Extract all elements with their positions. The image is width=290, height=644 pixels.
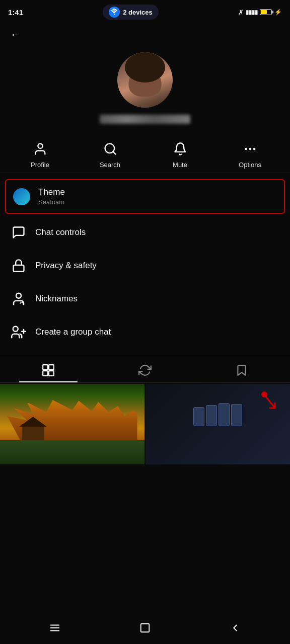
battery-indicator [260, 9, 272, 15]
nav-back-button[interactable] [226, 619, 244, 637]
cabin-shape [22, 424, 44, 442]
svg-rect-14 [49, 365, 54, 370]
bookmark-icon [235, 363, 249, 377]
create-group-content: Create a group chat [35, 327, 111, 337]
bluetooth-icon: ✗ [238, 9, 244, 16]
chat-controls-menu-item[interactable]: Chat controls [0, 216, 290, 249]
mute-action-button[interactable]: Mute [145, 140, 215, 169]
bell-icon [171, 140, 189, 158]
theme-item-subtitle: Seafoam [38, 198, 65, 206]
screenshot-image [146, 384, 290, 464]
media-grid [0, 383, 290, 464]
media-tab[interactable] [0, 356, 97, 382]
wifi-icon [109, 7, 120, 18]
nav-menu-button[interactable] [46, 619, 64, 637]
options-action-button[interactable]: Options [215, 140, 285, 169]
mini-phone-3 [219, 403, 230, 426]
mini-phone-2 [206, 405, 217, 426]
charging-icon: ⚡ [274, 9, 282, 16]
mini-phone-1 [193, 407, 204, 426]
theme-item-title: Theme [38, 187, 65, 197]
svg-rect-13 [43, 365, 48, 370]
create-group-title: Create a group chat [35, 327, 111, 337]
svg-point-8 [16, 293, 21, 298]
chat-controls-title: Chat controls [35, 227, 86, 237]
svg-rect-18 [50, 625, 59, 626]
svg-rect-16 [49, 371, 54, 376]
saved-tab[interactable] [193, 356, 290, 382]
status-time: 1:41 [8, 8, 23, 17]
shared-tab[interactable] [97, 356, 193, 382]
status-bar: 1:41 2 devices ✗ ▮▮▮▮ ⚡ [0, 0, 290, 22]
profile-action-label: Profile [31, 161, 49, 169]
media-thumb-autumn[interactable] [0, 384, 144, 464]
profile-avatar-area [0, 47, 290, 132]
hotspot-indicator: 2 devices [103, 5, 159, 20]
profile-action-button[interactable]: Profile [5, 140, 75, 169]
devices-label: 2 devices [123, 9, 153, 16]
back-button[interactable]: ← [0, 22, 290, 47]
theme-item-content: Theme Seafoam [38, 187, 65, 206]
media-thumb-screenshot[interactable] [146, 384, 290, 464]
svg-rect-19 [50, 627, 59, 628]
theme-color-dot [13, 188, 30, 205]
chat-icon [10, 224, 27, 241]
more-icon [241, 140, 259, 158]
options-action-label: Options [239, 161, 261, 169]
create-group-menu-item[interactable]: Create a group chat [0, 315, 290, 349]
privacy-safety-menu-item[interactable]: Privacy & safety [0, 249, 290, 282]
search-icon [101, 140, 119, 158]
action-buttons-row: Profile Search Mute Options [0, 132, 290, 173]
privacy-safety-title: Privacy & safety [35, 261, 97, 271]
svg-point-0 [114, 14, 115, 15]
refresh-icon [138, 363, 152, 377]
svg-point-4 [245, 148, 247, 150]
status-right: ✗ ▮▮▮▮ ⚡ [238, 9, 282, 16]
mini-phone-4 [231, 404, 242, 426]
red-arrow [260, 393, 280, 413]
back-arrow-icon: ← [10, 28, 21, 41]
avatar-image [117, 52, 173, 108]
add-group-icon [10, 324, 27, 341]
svg-rect-21 [141, 624, 150, 632]
signal-icon: ▮▮▮▮ [246, 9, 258, 16]
svg-rect-15 [43, 371, 48, 376]
avatar [117, 52, 173, 108]
svg-line-3 [113, 151, 115, 154]
lock-icon [10, 257, 27, 274]
media-icon [41, 363, 55, 377]
nicknames-content: Nicknames [35, 294, 78, 304]
theme-menu-item[interactable]: Theme Seafoam [5, 179, 285, 214]
person-icon [31, 140, 49, 158]
svg-rect-7 [14, 265, 24, 272]
search-action-button[interactable]: Search [75, 140, 145, 169]
svg-point-10 [13, 327, 18, 332]
bottom-tabs [0, 356, 290, 383]
svg-line-17 [265, 395, 275, 408]
system-nav-bar [0, 612, 290, 644]
svg-text:A: A [20, 299, 24, 305]
svg-rect-20 [50, 630, 59, 631]
svg-point-1 [38, 144, 42, 148]
mute-action-label: Mute [173, 161, 187, 169]
chat-controls-content: Chat controls [35, 227, 86, 237]
privacy-safety-content: Privacy & safety [35, 261, 97, 271]
menu-section: Theme Seafoam Chat controls Privacy & sa… [0, 173, 290, 353]
screenshot-overlay [146, 384, 290, 464]
svg-point-5 [249, 148, 251, 150]
nicknames-title: Nicknames [35, 294, 78, 304]
search-action-label: Search [100, 161, 120, 169]
nicknames-icon: A [10, 290, 27, 307]
autumn-image [0, 384, 144, 464]
nav-home-button[interactable] [136, 619, 154, 637]
username-display [100, 115, 190, 124]
svg-point-6 [253, 148, 255, 150]
nicknames-menu-item[interactable]: A Nicknames [0, 282, 290, 315]
